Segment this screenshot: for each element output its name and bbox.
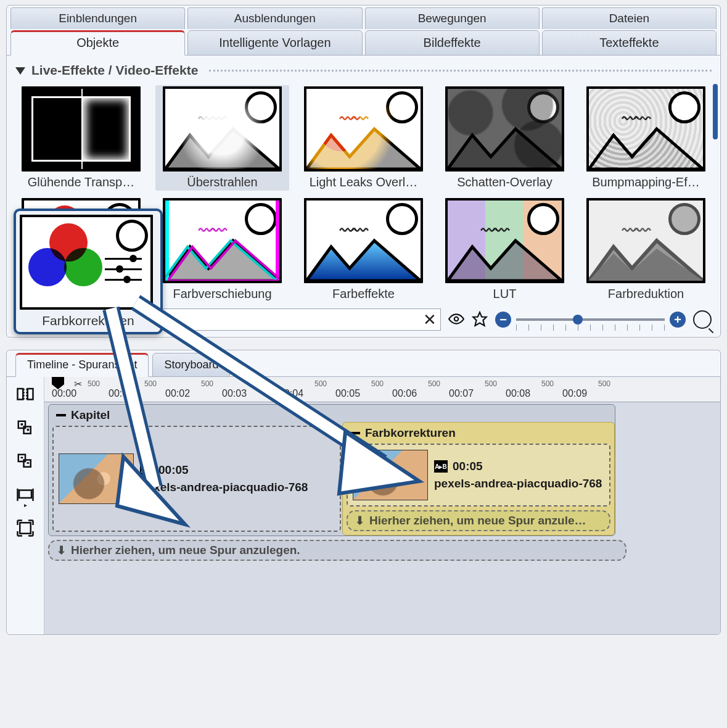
tab-bewegungen[interactable]: Bewegungen	[365, 7, 540, 29]
tab-objekte[interactable]: Objekte	[10, 30, 185, 56]
effect-item[interactable]: 〰〰 Überstrahlen	[155, 85, 289, 191]
effect-label: Farbreduktion	[608, 287, 684, 301]
tab-einblendungen[interactable]: Einblendungen	[10, 7, 185, 29]
clip-thumbnail	[353, 450, 428, 500]
tab-ausblendungen[interactable]: Ausblendungen	[187, 7, 362, 29]
fit-width-icon[interactable]: ▸	[15, 484, 36, 505]
timeline-ruler[interactable]: ✂ 00:0000:0150000:0250000:0350000:045000…	[44, 377, 720, 402]
ruler-tick: 00:08	[506, 388, 530, 399]
remove-track-icon[interactable]	[15, 451, 36, 472]
effect-item[interactable]: Schatten-Overlay	[439, 86, 570, 189]
dragged-label: Farbkorrekturen	[20, 313, 157, 328]
clip-filename: pexels-andrea-piacquadio-768	[140, 481, 308, 494]
effect-label: Farbverschiebung	[173, 287, 271, 301]
effect-thumbnail: 〰〰	[163, 86, 282, 172]
drop-zone-label: Hierher ziehen, um neue Spur anzule…	[369, 514, 586, 527]
tab-timeline[interactable]: Timeline - Spuransicht	[15, 353, 149, 377]
tabs-row-lower: Objekte Intelligente Vorlagen Bildeffekt…	[7, 29, 720, 56]
ruler-minor-tick: 500	[314, 379, 327, 388]
ruler-tick: 00:09	[562, 388, 587, 399]
timeline-area[interactable]: ✂ 00:0000:0150000:0250000:0350000:045000…	[44, 377, 720, 635]
add-track-icon[interactable]	[15, 418, 36, 439]
ruler-minor-tick: 500	[88, 379, 100, 388]
effect-label: Überstrahlen	[187, 175, 258, 189]
ruler-minor-tick: 500	[428, 379, 440, 388]
ruler-minor-tick: 500	[258, 379, 270, 388]
split-clip-icon[interactable]	[15, 384, 36, 405]
effect-thumbnail: 〰〰	[445, 198, 564, 283]
star-icon[interactable]	[472, 311, 488, 329]
effect-label: Farbeffekte	[332, 287, 395, 301]
effect-label: LUT	[493, 287, 517, 301]
svg-rect-9	[20, 523, 31, 534]
dragged-effect-card[interactable]: Farbkorrekturen	[14, 209, 163, 334]
ruler-minor-tick: 500	[371, 379, 384, 388]
ruler-tick: 00:07	[449, 388, 474, 399]
ruler-minor-tick: 500	[541, 379, 554, 388]
dragged-thumbnail	[20, 215, 153, 310]
timeline-panel: Timeline - Spuransicht Storyboard ▸ ✂ 00…	[6, 350, 721, 635]
svg-point-0	[454, 316, 459, 321]
tab-bildeffekte[interactable]: Bildeffekte	[365, 30, 540, 56]
section-title-text: Live-Effekte / Video-Effekte	[31, 63, 198, 78]
ruler-minor-tick: 500	[201, 379, 213, 388]
playhead-icon[interactable]	[52, 377, 64, 389]
ruler-tick: 00:03	[222, 388, 247, 399]
effect-item[interactable]: 〰〰 LUT	[439, 198, 570, 301]
section-header[interactable]: Live-Effekte / Video-Effekte	[15, 63, 712, 78]
effect-label: Bumpmapping-Ef…	[592, 175, 700, 189]
effect-item[interactable]: 〰〰 Bumpmapping-Ef…	[580, 86, 712, 189]
effect-label: Schatten-Overlay	[457, 175, 552, 189]
effect-item[interactable]: 〰〰 Farbeffekte	[298, 198, 429, 301]
effect-label: Light Leaks Overl…	[310, 175, 418, 189]
effect-item[interactable]: 〰〰 Light Leaks Overl…	[298, 86, 429, 189]
ruler-tick: 00:05	[335, 388, 360, 399]
down-arrow-icon: ⬇	[57, 544, 66, 557]
fit-all-icon[interactable]	[15, 518, 36, 539]
eye-icon[interactable]	[448, 311, 464, 329]
zoom-in-icon[interactable]: +	[670, 312, 686, 328]
transition-icon: A▸B	[434, 460, 448, 473]
thumbnail-size-slider[interactable]: − +	[495, 312, 686, 328]
effect-thumbnail: 〰〰	[304, 198, 423, 283]
collapse-icon[interactable]	[350, 432, 360, 434]
effect-thumbnail: 〰〰	[304, 86, 423, 172]
effect-thumbnail: 〰〰	[163, 198, 282, 283]
effect-item[interactable]: Glühende Transp…	[15, 86, 147, 189]
svg-rect-3	[28, 389, 33, 400]
ruler-tick: 00:01	[109, 388, 133, 399]
effect-item[interactable]: 〰〰 Farbreduktion	[580, 198, 712, 301]
collapse-icon[interactable]	[56, 414, 66, 416]
zoom-out-icon[interactable]: −	[495, 312, 511, 328]
zoom-reset-icon[interactable]	[693, 310, 712, 329]
tab-storyboard[interactable]: Storyboard	[152, 353, 230, 377]
tab-dateien[interactable]: Dateien	[542, 7, 717, 29]
timeline-clip[interactable]: A▸B00:05 pexels-andrea-piacquadio-768	[347, 444, 610, 507]
clip-thumbnail	[59, 453, 134, 504]
effect-thumbnail	[22, 86, 141, 172]
ruler-minor-tick: 500	[144, 379, 157, 388]
svg-rect-2	[18, 389, 23, 400]
chapter-block[interactable]: Kapitel A▸B00:05 pexels-andrea-piacquadi…	[48, 404, 615, 536]
clear-search-icon[interactable]: ✕	[423, 310, 437, 329]
tab-texteffekte[interactable]: Texteffekte	[542, 30, 717, 56]
clip-duration: 00:05	[453, 460, 483, 473]
panel-scrollbar[interactable]	[713, 67, 718, 300]
collapse-triangle-icon[interactable]	[15, 67, 25, 75]
tab-intelligente-vorlagen[interactable]: Intelligente Vorlagen	[187, 30, 362, 56]
drop-zone-inner[interactable]: ⬇Hierher ziehen, um neue Spur anzule…	[347, 510, 610, 531]
timeline-toolbar: ▸	[7, 377, 44, 635]
effect-thumbnail: 〰〰	[586, 198, 705, 283]
clip-filename: pexels-andrea-piacquadio-768	[434, 477, 602, 490]
effect-item[interactable]: 〰〰 Farbverschiebung	[157, 198, 288, 301]
timeline-clip[interactable]: A▸B00:05 pexels-andrea-piacquadio-768	[52, 426, 341, 532]
drop-zone-label: Hierher ziehen, um neue Spur anzulegen.	[71, 544, 300, 557]
svg-marker-1	[473, 312, 487, 326]
svg-rect-8	[19, 490, 31, 498]
clip-duration: 00:05	[158, 463, 189, 477]
drop-zone-outer[interactable]: ⬇Hierher ziehen, um neue Spur anzulegen.	[48, 540, 626, 561]
effect-label: Glühende Transp…	[28, 175, 134, 189]
chapter-title: Kapitel	[71, 408, 110, 422]
effect-chapter-block[interactable]: Farbkorrekturen A▸B00:05 pexels-andrea-p…	[342, 422, 615, 536]
ruler-tick: 00:04	[279, 388, 303, 399]
